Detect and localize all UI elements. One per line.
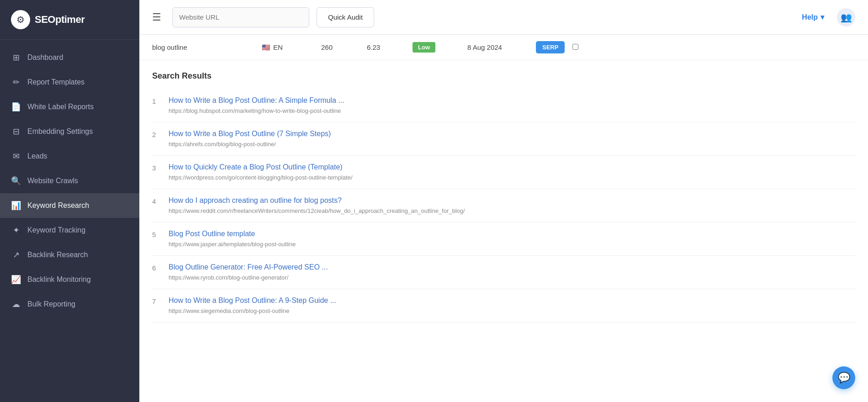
result-item: 7 How to Write a Blog Post Outline: A 9-… [152,289,855,323]
cell-volume: 260 [321,43,367,51]
result-url: https://wordpress.com/go/content-bloggin… [169,174,353,181]
white-label-icon: 📄 [11,102,21,112]
result-number: 6 [152,263,161,272]
result-item: 3 How to Quickly Create a Blog Post Outl… [152,156,855,189]
cell-checkbox [572,43,586,51]
sidebar-item-dashboard[interactable]: ⊞ Dashboard [0,45,139,70]
result-number: 3 [152,163,161,172]
sidebar-item-keyword-research[interactable]: 📊 Keyword Research [0,193,139,218]
hamburger-icon[interactable]: ☰ [152,11,161,23]
sidebar-label-white-label: White Label Reports [27,103,94,111]
result-url: https://blog.hubspot.com/marketing/how-t… [169,107,341,114]
cell-date: 8 Aug 2024 [467,43,536,51]
result-title-link[interactable]: Blog Outline Generator: Free AI-Powered … [169,263,855,271]
chat-bubble[interactable]: 💬 [832,366,855,389]
result-item: 1 How to Write a Blog Post Outline: A Si… [152,89,855,122]
result-body: How do I approach creating an outline fo… [169,196,855,215]
result-body: How to Write a Blog Post Outline: A 9-St… [169,296,855,315]
result-number: 1 [152,96,161,105]
sidebar-item-leads[interactable]: ✉ Leads [0,144,139,169]
sidebar-label-keyword-tracking: Keyword Tracking [27,226,85,234]
result-number: 5 [152,230,161,238]
result-url: https://www.siegemedia.com/blog-post-out… [169,307,289,314]
quick-audit-button[interactable]: Quick Audit [317,7,374,27]
lang-code: EN [273,43,283,51]
flag-icon: 🇺🇸 [262,43,270,52]
leads-icon: ✉ [11,151,21,161]
result-body: Blog Post Outline template https://www.j… [169,230,855,248]
sidebar-item-bulk-reporting[interactable]: ☁ Bulk Reporting [0,292,139,317]
result-number: 4 [152,196,161,205]
keyword-table-row: blog outline 🇺🇸 EN 260 6.23 Low 8 Aug 20… [139,35,868,60]
serp-button[interactable]: SERP [536,41,565,53]
sidebar-item-backlink-monitoring[interactable]: 📈 Backlink Monitoring [0,267,139,292]
result-title-link[interactable]: Blog Post Outline template [169,230,855,238]
embedding-icon: ⊟ [11,127,21,137]
sidebar-logo: ⚙ SEOptimer [0,0,139,40]
sidebar-item-backlink-research[interactable]: ↗ Backlink Research [0,243,139,267]
search-results-section: Search Results 1 How to Write a Blog Pos… [139,60,868,323]
sidebar-label-dashboard: Dashboard [27,53,63,62]
report-templates-icon: ✏ [11,77,21,87]
result-item: 4 How do I approach creating an outline … [152,189,855,222]
help-label: Help [802,13,818,21]
sidebar-item-white-label-reports[interactable]: 📄 White Label Reports [0,95,139,119]
dashboard-icon: ⊞ [11,53,21,63]
topbar: ☰ Quick Audit Help ▾ 👥 [139,0,868,35]
sidebar-label-keyword-research: Keyword Research [27,201,89,210]
competition-badge: Low [413,42,435,53]
result-url: https://www.ryrob.com/blog-outline-gener… [169,274,288,281]
result-title-link[interactable]: How to Quickly Create a Blog Post Outlin… [169,163,855,171]
sidebar-label-leads: Leads [27,152,48,160]
result-title-link[interactable]: How to Write a Blog Post Outline: A 9-St… [169,296,855,305]
results-list: 1 How to Write a Blog Post Outline: A Si… [152,89,855,323]
result-item: 6 Blog Outline Generator: Free AI-Powere… [152,256,855,289]
sidebar-nav: ⊞ Dashboard ✏ Report Templates 📄 White L… [0,40,139,402]
logo-icon: ⚙ [11,10,30,29]
bulk-reporting-icon: ☁ [11,299,21,309]
sidebar-item-report-templates[interactable]: ✏ Report Templates [0,70,139,95]
url-input[interactable] [172,7,309,27]
help-chevron-icon: ▾ [820,13,824,21]
result-number: 2 [152,130,161,138]
logo-text: SEOptimer [35,14,85,26]
website-crawls-icon: 🔍 [11,176,21,186]
result-title-link[interactable]: How to Write a Blog Post Outline: A Simp… [169,96,855,105]
backlink-monitoring-icon: 📈 [11,275,21,285]
sidebar-label-report-templates: Report Templates [27,78,85,86]
content-area: blog outline 🇺🇸 EN 260 6.23 Low 8 Aug 20… [139,35,868,402]
result-url: https://www.jasper.ai/templates/blog-pos… [169,241,296,248]
sidebar-label-bulk-reporting: Bulk Reporting [27,300,75,308]
keyword-tracking-icon: ✦ [11,225,21,235]
result-body: How to Write a Blog Post Outline (7 Simp… [169,130,855,148]
result-url: https://www.reddit.com/r/freelanceWriter… [169,207,465,214]
sidebar-item-website-crawls[interactable]: 🔍 Website Crawls [0,169,139,193]
result-body: Blog Outline Generator: Free AI-Powered … [169,263,855,281]
sidebar-label-embedding: Embedding Settings [27,127,93,136]
cell-serp: SERP [536,41,572,53]
result-number: 7 [152,296,161,305]
cell-keyword: blog outline [152,43,262,51]
sidebar-label-backlink-monitoring: Backlink Monitoring [27,275,91,284]
backlink-research-icon: ↗ [11,250,21,260]
cell-difficulty: 6.23 [367,43,413,51]
result-title-link[interactable]: How to Write a Blog Post Outline (7 Simp… [169,130,855,138]
main-area: ☰ Quick Audit Help ▾ 👥 blog outline 🇺🇸 E… [139,0,868,402]
cell-flag: 🇺🇸 EN [262,43,321,52]
sidebar: ⚙ SEOptimer ⊞ Dashboard ✏ Report Templat… [0,0,139,402]
result-body: How to Quickly Create a Blog Post Outlin… [169,163,855,181]
sidebar-label-backlink-research: Backlink Research [27,251,88,259]
sidebar-item-keyword-tracking[interactable]: ✦ Keyword Tracking [0,218,139,243]
row-checkbox[interactable] [572,44,578,50]
result-item: 2 How to Write a Blog Post Outline (7 Si… [152,122,855,156]
search-results-title: Search Results [152,71,855,81]
result-item: 5 Blog Post Outline template https://www… [152,222,855,256]
result-title-link[interactable]: How do I approach creating an outline fo… [169,196,855,205]
result-body: How to Write a Blog Post Outline: A Simp… [169,96,855,115]
help-menu[interactable]: Help ▾ [802,13,824,21]
user-avatar[interactable]: 👥 [837,8,855,26]
sidebar-item-embedding-settings[interactable]: ⊟ Embedding Settings [0,119,139,144]
cell-competition: Low [413,42,467,53]
keyword-research-icon: 📊 [11,201,21,211]
result-url: https://ahrefs.com/blog/blog-post-outlin… [169,141,276,148]
